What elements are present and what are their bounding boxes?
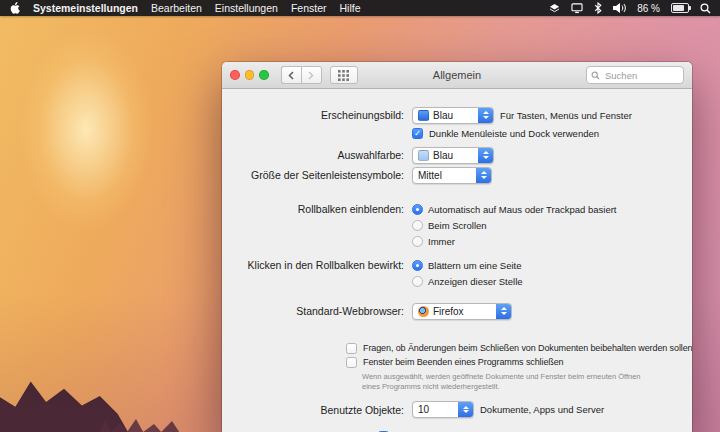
search-field[interactable] (586, 66, 684, 84)
recent-items-label: Benutzte Objekte: (222, 404, 412, 416)
scrollbars-when-scrolling-radio[interactable] (412, 220, 423, 231)
system-preferences-window: Allgemein Erscheinungsbild: Blau Für Tas… (222, 62, 692, 432)
forward-button[interactable] (301, 66, 322, 84)
search-icon (591, 71, 600, 80)
scrollbars-always-radio[interactable] (412, 236, 423, 247)
window-title: Allgemein (433, 69, 481, 81)
menu-app-name[interactable]: Systemeinstellungen (33, 2, 138, 14)
battery-icon[interactable] (671, 3, 689, 13)
close-windows-row: Fenster beim Beenden eines Programms sch… (222, 355, 692, 369)
spotlight-icon[interactable] (700, 3, 711, 14)
forward-icon (308, 71, 314, 80)
apple-icon[interactable] (10, 2, 20, 14)
default-browser-label: Standard-Webbrowser: (222, 305, 412, 317)
show-scrollbars-label: Rollbalken einblenden: (222, 201, 412, 215)
jump-page-radio[interactable] (412, 260, 423, 271)
title-bar[interactable]: Allgemein (222, 62, 692, 89)
default-browser-value: Firefox (433, 306, 492, 317)
menu-bar: Systemeinstellungen Bearbeiten Einstellu… (0, 0, 720, 16)
scrollbar-click-row: Klicken in den Rollbalken bewirkt: Blätt… (222, 257, 692, 289)
scrollbars-always-label: Immer (428, 236, 455, 247)
appearance-hint: Für Tasten, Menüs und Fenster (500, 110, 632, 121)
ask-to-keep-changes-label: Fragen, ob Änderungen beim Schließen von… (363, 343, 692, 353)
close-windows-checkbox[interactable] (346, 357, 357, 368)
sidebar-size-select[interactable]: Mittel (412, 167, 492, 184)
popup-arrows-icon (478, 108, 493, 123)
battery-percent[interactable]: 86 % (637, 3, 660, 14)
dark-menubar-checkbox[interactable] (412, 128, 423, 139)
sidebar-size-value: Mittel (418, 170, 472, 181)
recent-items-hint: Dokumente, Apps und Server (480, 404, 604, 415)
recent-items-value: 10 (418, 404, 454, 415)
scrollbars-auto-label: Automatisch auf Maus oder Trackpad basie… (428, 204, 617, 215)
dropbox-icon[interactable] (549, 3, 560, 14)
firefox-icon (418, 306, 429, 317)
sidebar-size-label: Größe der Seitenleistensymbole: (222, 169, 412, 181)
menu-hilfe[interactable]: Hilfe (339, 2, 360, 14)
back-icon (288, 71, 294, 80)
show-all-button[interactable] (330, 66, 358, 84)
jump-here-radio[interactable] (412, 276, 423, 287)
display-icon[interactable] (571, 3, 583, 14)
menu-einstellungen[interactable]: Einstellungen (215, 2, 278, 14)
close-button[interactable] (230, 70, 240, 80)
default-browser-select[interactable]: Firefox (412, 303, 512, 320)
scrollbars-when-scrolling-label: Beim Scrollen (428, 220, 487, 231)
highlight-color-value: Blau (433, 150, 474, 161)
treeline-silhouette (100, 412, 190, 432)
jump-page-label: Blättern um eine Seite (428, 260, 521, 271)
zoom-button[interactable] (259, 70, 269, 80)
close-windows-hint: Wenn ausgewählt, werden geöffnete Dokume… (222, 372, 644, 392)
general-pane: Erscheinungsbild: Blau Für Tasten, Menüs… (222, 89, 692, 432)
appearance-row: Erscheinungsbild: Blau Für Tasten, Menüs… (222, 105, 692, 125)
appearance-label: Erscheinungsbild: (222, 109, 412, 121)
jump-here-label: Anzeigen dieser Stelle (428, 276, 523, 287)
default-browser-row: Standard-Webbrowser: Firefox (222, 301, 692, 321)
recent-items-row: Benutzte Objekte: 10 Dokumente, Apps und… (222, 400, 692, 420)
blue-swatch-icon (418, 110, 429, 121)
dark-menubar-row: Dunkle Menüleiste und Dock verwenden (222, 125, 692, 141)
sidebar-size-row: Größe der Seitenleistensymbole: Mittel (222, 165, 692, 185)
highlight-color-row: Auswahlfarbe: Blau (222, 145, 692, 165)
lightblue-swatch-icon (418, 150, 429, 161)
appearance-select[interactable]: Blau (412, 107, 494, 124)
back-button[interactable] (281, 66, 301, 84)
popup-arrows-icon (458, 402, 473, 417)
close-windows-label: Fenster beim Beenden eines Programms sch… (363, 357, 564, 367)
appearance-value: Blau (433, 110, 474, 121)
minimize-button[interactable] (245, 70, 255, 80)
nav-buttons (281, 66, 322, 84)
volume-icon[interactable] (613, 3, 626, 13)
highlight-color-label: Auswahlfarbe: (222, 149, 412, 161)
dark-menubar-label: Dunkle Menüleiste und Dock verwenden (429, 128, 599, 139)
traffic-lights (230, 70, 269, 80)
show-all-grid-icon (338, 70, 349, 81)
mountain-silhouette (0, 372, 128, 432)
recent-items-select[interactable]: 10 (412, 401, 474, 418)
popup-arrows-icon (478, 148, 493, 163)
bluetooth-icon[interactable] (594, 2, 602, 14)
popup-arrows-icon (476, 168, 491, 183)
show-scrollbars-row: Rollbalken einblenden: Automatisch auf M… (222, 201, 692, 249)
menu-bearbeiten[interactable]: Bearbeiten (151, 2, 202, 14)
menu-fenster[interactable]: Fenster (291, 2, 327, 14)
highlight-color-select[interactable]: Blau (412, 147, 494, 164)
scrollbars-auto-radio[interactable] (412, 204, 423, 215)
search-input[interactable] (603, 69, 671, 82)
scrollbar-click-label: Klicken in den Rollbalken bewirkt: (222, 257, 412, 271)
popup-arrows-icon (496, 304, 511, 319)
ask-to-keep-changes-row: Fragen, ob Änderungen beim Schließen von… (222, 341, 692, 355)
ask-to-keep-changes-checkbox[interactable] (346, 343, 357, 354)
